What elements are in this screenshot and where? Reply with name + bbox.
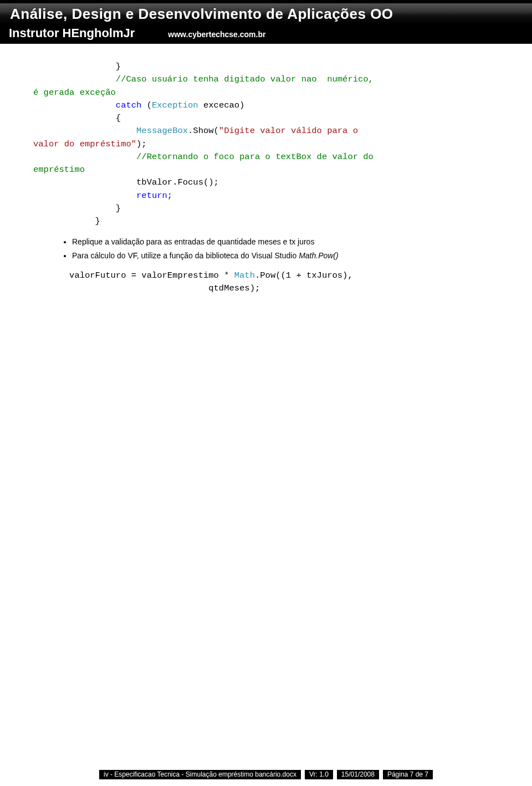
code-keyword: return — [136, 191, 167, 201]
code-indent — [33, 152, 136, 162]
list-item-text: Replique a validação para as entradas de… — [72, 237, 314, 246]
code-comment: //Caso usuário tenha digitado valor nao … — [116, 74, 378, 84]
code-indent — [33, 126, 136, 136]
document-header: Análise, Design e Desenvolvimento de Apl… — [0, 0, 532, 44]
code-line: qtdMeses); — [33, 283, 260, 293]
document-footer: iv - Especificacao Tecnica - Simulação e… — [0, 770, 532, 779]
list-item: Para cálculo do VF, utilize a função da … — [72, 249, 499, 262]
code-block-2: valorFuturo = valorEmprestimo * Math.Pow… — [33, 269, 499, 295]
code-indent — [33, 191, 136, 201]
header-subbar: Instrutor HEngholmJr www.cybertechcse.co… — [0, 24, 532, 44]
code-type: Exception — [152, 100, 198, 110]
header-instructor: Instrutor HEngholmJr — [9, 26, 135, 40]
code-line: { — [33, 113, 121, 123]
code-text: ; — [167, 191, 172, 201]
document-body: } //Caso usuário tenha digitado valor na… — [0, 44, 532, 295]
code-line: } — [33, 62, 121, 72]
code-indent — [33, 74, 116, 84]
list-item-text: Para cálculo do VF, utilize a função da … — [72, 251, 299, 260]
code-string: "Digite valor válido para o — [219, 126, 363, 136]
code-block-1: } //Caso usuário tenha digitado valor na… — [33, 60, 499, 228]
code-text: excecao) — [198, 100, 245, 110]
code-keyword: catch — [116, 100, 142, 110]
footer-filename: iv - Especificacao Tecnica - Simulação e… — [99, 770, 301, 779]
code-type: Math — [234, 270, 255, 280]
code-indent — [33, 100, 116, 110]
code-line: } — [33, 203, 121, 213]
list-item: Replique a validação para as entradas de… — [72, 236, 499, 248]
footer-version: Vr: 1.0 — [305, 770, 333, 779]
footer-date: 15/01/2008 — [337, 770, 379, 779]
code-text: .Show( — [188, 126, 219, 136]
code-comment: empréstimo — [33, 165, 85, 175]
code-text: .Pow((1 + txJuros), — [255, 270, 358, 280]
code-line: } — [33, 216, 100, 226]
code-comment: é gerada exceção — [33, 88, 116, 98]
code-text: valorFuturo = valorEmprestimo * — [33, 270, 234, 280]
header-title: Análise, Design e Desenvolvimento de Apl… — [0, 3, 532, 24]
code-text: ); — [136, 139, 147, 149]
code-comment: //Retornando o foco para o textBox de va… — [136, 152, 378, 162]
bullet-list: Replique a validação para as entradas de… — [72, 236, 499, 262]
footer-page: Página 7 de 7 — [383, 770, 433, 779]
code-string: valor do empréstimo" — [33, 139, 136, 149]
code-type: MessageBox — [136, 126, 188, 136]
code-text: ( — [141, 100, 152, 110]
header-url: www.cybertechcse.com.br — [168, 30, 265, 39]
code-line: tbValor.Focus(); — [33, 177, 219, 187]
list-item-emphasis: Math.Pow() — [299, 251, 339, 260]
